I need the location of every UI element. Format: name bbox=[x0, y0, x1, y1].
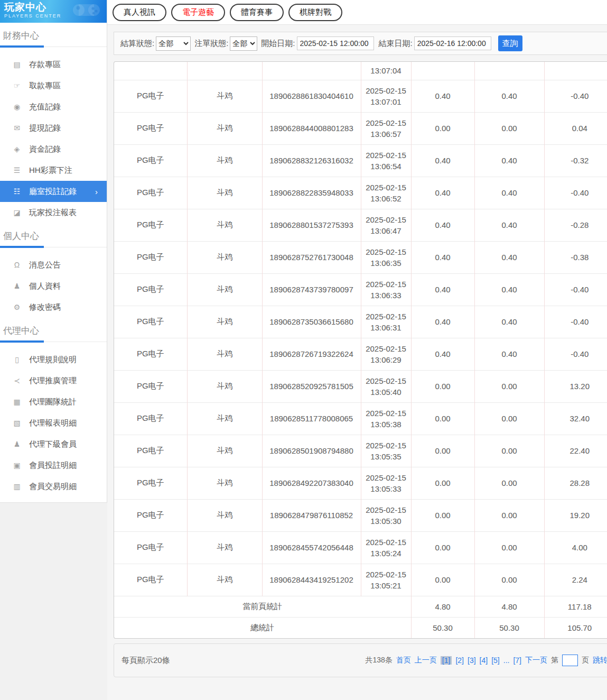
sidebar-item-agent-rules[interactable]: ▯代理規則說明 bbox=[0, 349, 107, 370]
jump-button[interactable]: 跳转 bbox=[593, 656, 607, 665]
cell-datetime: 2025-02-1513:06:47 bbox=[361, 209, 411, 241]
share-icon: ≺ bbox=[11, 376, 23, 385]
cell-datetime: 2025-02-1513:05:40 bbox=[361, 370, 411, 402]
datetime-date: 2025-02-15 bbox=[362, 150, 410, 161]
datetime-date: 2025-02-15 bbox=[362, 537, 410, 548]
cell-winloss: -0.32 bbox=[544, 144, 607, 177]
cell-datetime: 2025-02-1513:05:24 bbox=[361, 531, 411, 564]
settle-status-select[interactable]: 全部 bbox=[156, 36, 191, 51]
page-link-2[interactable]: [2] bbox=[455, 656, 464, 665]
tab-live-video[interactable]: 真人視訊 bbox=[113, 4, 166, 21]
tab-sports-events[interactable]: 體育賽事 bbox=[230, 4, 284, 21]
sidebar-section: 代理中心▯代理規則說明≺代理推廣管理▦代理團隊統計▧代理報表明細♟代理下級會員▣… bbox=[0, 325, 107, 497]
end-date-input[interactable] bbox=[414, 36, 491, 50]
sidebar-item-agent-promotion[interactable]: ≺代理推廣管理 bbox=[0, 370, 107, 391]
sidebar-section: 財務中心▤存款專區☞取款專區◉充值記錄✉提現記錄◈資金記錄☰HH彩票下注☷廳室投… bbox=[0, 30, 107, 223]
datetime-time: 13:06:33 bbox=[362, 290, 410, 301]
cell-platform: PG电子 bbox=[114, 402, 187, 435]
cell-platform bbox=[114, 62, 187, 80]
sidebar-item-label: 消息公告 bbox=[29, 260, 61, 270]
sidebar-item-hh-lottery-bets[interactable]: ☰HH彩票下注 bbox=[0, 160, 107, 181]
cell-valid-bet: 0.40 bbox=[474, 273, 544, 306]
sidebar-item-label: 代理規則說明 bbox=[29, 355, 77, 365]
cell-order: 1890628726719322624 bbox=[262, 338, 361, 370]
cell-order: 1890628743739780097 bbox=[262, 273, 361, 306]
wallet-icon: ✉ bbox=[11, 124, 23, 132]
cell-valid-bet: 0.40 bbox=[474, 306, 544, 338]
datetime-date: 2025-02-15 bbox=[362, 504, 410, 515]
sidebar-item-label: 代理報表明細 bbox=[29, 418, 77, 428]
cell-platform: PG电子 bbox=[114, 273, 187, 306]
pagination-bar: 每頁顯示20條 共138条 首页 上一页 [1][2][3][4][5]...[… bbox=[114, 643, 607, 677]
cell-platform: PG电子 bbox=[114, 306, 187, 338]
sidebar-item-deposit-area[interactable]: ▤存款專區 bbox=[0, 54, 107, 75]
page-link-7[interactable]: [7] bbox=[513, 656, 521, 665]
cell-bet-amount: 0.00 bbox=[411, 467, 474, 499]
table-row: PG电子斗鸡18906284922073830402025-02-1513:05… bbox=[114, 467, 607, 499]
order-status-select[interactable]: 全部 bbox=[230, 36, 257, 51]
datetime-time: 13:06:47 bbox=[362, 225, 410, 236]
sidebar-item-label: 廳室投註記錄 bbox=[29, 187, 77, 197]
datetime-time: 13:06:29 bbox=[362, 354, 410, 365]
next-page-link[interactable]: 下一页 bbox=[525, 656, 547, 665]
person-icon: ♟ bbox=[11, 282, 23, 290]
tab-electronic-games[interactable]: 電子遊藝 bbox=[171, 4, 225, 21]
report-grid-icon: ▦ bbox=[11, 398, 23, 406]
sidebar-item-player-bet-report[interactable]: ◪玩家投注報表 bbox=[0, 202, 107, 223]
cell-winloss: -0.40 bbox=[544, 177, 607, 209]
sidebar-item-member-transaction-detail[interactable]: ▥會員交易明細 bbox=[0, 476, 107, 497]
sidebar-item-recharge-records[interactable]: ◉充值記錄 bbox=[0, 96, 107, 117]
start-date-input[interactable] bbox=[297, 36, 374, 50]
datetime-date: 2025-02-15 bbox=[362, 182, 410, 193]
cell-order: 1890628492207383040 bbox=[262, 467, 361, 499]
sidebar-item-room-bet-records[interactable]: ☷廳室投註記錄› bbox=[0, 181, 107, 202]
cell-platform: PG电子 bbox=[114, 531, 187, 564]
first-page-link[interactable]: 首页 bbox=[396, 656, 411, 665]
cell-time: 13:07:04 bbox=[361, 62, 411, 80]
sidebar-item-withdrawal-records[interactable]: ✉提現記錄 bbox=[0, 117, 107, 139]
query-button[interactable]: 查詢 bbox=[498, 35, 522, 51]
cell-game: 斗鸡 bbox=[187, 306, 262, 338]
cell-datetime: 2025-02-1513:06:54 bbox=[361, 144, 411, 177]
datetime-time: 13:05:33 bbox=[362, 483, 410, 494]
table-row: PG电子斗鸡18906288321263160322025-02-1513:06… bbox=[114, 144, 607, 177]
cell-winloss: -0.40 bbox=[544, 80, 607, 112]
sidebar-item-change-password[interactable]: ⚙修改密碼 bbox=[0, 297, 107, 318]
page-link-3[interactable]: [3] bbox=[468, 656, 476, 665]
prev-page-link[interactable]: 上一页 bbox=[415, 656, 437, 665]
cell-datetime: 2025-02-1513:06:33 bbox=[361, 273, 411, 306]
chart-report-icon: ◪ bbox=[11, 208, 23, 217]
cell-game: 斗鸡 bbox=[187, 241, 262, 273]
sidebar-item-label: 代理團隊統計 bbox=[29, 397, 77, 407]
page-size-text: 每頁顯示20條 bbox=[122, 656, 170, 666]
order-status-label: 注單狀態: bbox=[194, 39, 228, 49]
sidebar-item-agent-report-detail[interactable]: ▧代理報表明細 bbox=[0, 412, 107, 434]
datetime-date: 2025-02-15 bbox=[362, 214, 410, 225]
sidebar-item-profile[interactable]: ♟個人資料 bbox=[0, 275, 107, 297]
sidebar-item-agent-sub-members[interactable]: ♟代理下級會員 bbox=[0, 434, 107, 455]
cell-platform: PG电子 bbox=[114, 435, 187, 467]
category-tabbar: 真人視訊電子遊藝體育賽事棋牌對戰 bbox=[107, 0, 607, 25]
cell-winloss: -0.28 bbox=[544, 209, 607, 241]
table-row: PG电子斗鸡18906287350366156802025-02-1513:06… bbox=[114, 306, 607, 338]
datetime-time: 13:05:35 bbox=[362, 451, 410, 462]
sidebar-item-label: 充值記錄 bbox=[29, 102, 61, 112]
sidebar-item-agent-team-stats[interactable]: ▦代理團隊統計 bbox=[0, 391, 107, 412]
bell-icon: Ω bbox=[11, 261, 23, 269]
page-link-5[interactable]: [5] bbox=[491, 656, 500, 665]
page-link-1[interactable]: [1] bbox=[441, 656, 452, 665]
table-row: PG电子斗鸡18906285209257815052025-02-1513:05… bbox=[114, 370, 607, 402]
sidebar-item-announcements[interactable]: Ω消息公告 bbox=[0, 254, 107, 275]
page-link-4[interactable]: [4] bbox=[480, 656, 488, 665]
sidebar-item-label: 存款專區 bbox=[29, 60, 61, 70]
sidebar-section-title: 個人中心 bbox=[3, 230, 107, 242]
cell-game: 斗鸡 bbox=[187, 435, 262, 467]
jump-page-input[interactable] bbox=[562, 655, 578, 666]
cell-bet-amount: 0.40 bbox=[411, 177, 474, 209]
sidebar-section-underline bbox=[0, 247, 107, 247]
sidebar-item-withdraw-area[interactable]: ☞取款專區 bbox=[0, 75, 107, 96]
tab-board-card-battle[interactable]: 棋牌對戰 bbox=[288, 4, 342, 21]
sidebar-item-funds-records[interactable]: ◈資金記錄 bbox=[0, 139, 107, 160]
sidebar-item-member-bet-detail[interactable]: ▣會員投註明細 bbox=[0, 455, 107, 476]
table-row: PG电子斗鸡18906285117780080652025-02-1513:05… bbox=[114, 402, 607, 435]
